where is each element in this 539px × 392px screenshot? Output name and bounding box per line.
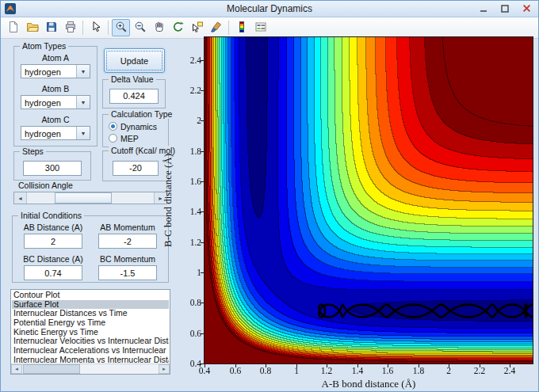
minimize-icon <box>480 3 487 15</box>
delta-value-title: Delta Value <box>109 74 156 84</box>
atom-a-select[interactable]: hydrogen ▼ <box>21 64 90 78</box>
slider-thumb[interactable] <box>55 192 112 204</box>
scroll-right-arrow-icon[interactable]: ► <box>159 364 170 374</box>
x-tick-label: 2 <box>446 366 451 375</box>
atom-a-value: hydrogen <box>25 67 61 77</box>
data-cursor-button[interactable] <box>188 19 206 36</box>
slider-track[interactable] <box>27 192 154 204</box>
y-tick-label: 0.4 <box>174 359 201 368</box>
y-tick-label: 1 <box>174 268 201 277</box>
list-item[interactable]: Internuclear Momenta vs Internuclear Dis… <box>12 356 169 363</box>
hand-icon <box>153 21 166 36</box>
legend-icon <box>254 21 267 36</box>
atom-c-label: Atom C <box>41 115 69 124</box>
slider-left-arrow-icon[interactable]: ◄ <box>14 192 27 204</box>
zoom-out-button[interactable] <box>131 19 149 36</box>
new-figure-button[interactable] <box>4 19 22 36</box>
insert-legend-button[interactable] <box>251 19 270 36</box>
plot-area: A-B bond distance (Å) B-C bond distance … <box>205 37 533 363</box>
steps-input[interactable] <box>23 161 82 176</box>
titlebar: Molecular Dynamics <box>1 1 538 17</box>
brush-icon <box>210 21 223 36</box>
radio-dynamics[interactable]: Dynamics <box>109 120 168 132</box>
plot-type-listbox: Contour PlotSurface PlotInternuclear Dis… <box>10 289 170 375</box>
x-axis-label: A-B bond distance (Å) <box>205 378 533 390</box>
rotate-arrow-icon <box>172 21 185 36</box>
close-button[interactable] <box>517 2 536 15</box>
datatip-icon <box>191 21 204 36</box>
app-window: Molecular Dynamics Atom Types Atom A hyd… <box>0 0 539 392</box>
y-tick-label: 2.2 <box>174 86 201 95</box>
atom-a-label: Atom A <box>42 53 69 63</box>
collision-angle-slider[interactable]: ◄ ► <box>13 192 167 204</box>
atom-types-panel: Atom Types Atom A hydrogen ▼ Atom B hydr… <box>13 46 97 147</box>
x-tick-label: 1 <box>294 366 299 375</box>
ab-distance-label: AB Distance (A) <box>24 223 83 232</box>
scroll-left-arrow-icon[interactable]: ◄ <box>11 364 22 374</box>
contour-plot-canvas[interactable] <box>205 37 533 363</box>
bc-momentum-input[interactable] <box>98 265 157 280</box>
save-figure-button[interactable] <box>42 19 60 36</box>
y-tick-label: 2.4 <box>174 55 201 65</box>
toolbar <box>1 17 538 39</box>
x-tick-label: 2.2 <box>474 366 485 375</box>
update-button[interactable]: Update <box>104 48 165 73</box>
maximize-button[interactable] <box>495 2 514 15</box>
steps-panel: Steps <box>13 151 91 181</box>
chevron-down-icon[interactable]: ▼ <box>76 127 90 139</box>
radio-mep-icon <box>109 134 117 143</box>
colorbar-icon <box>235 21 248 36</box>
open-folder-icon <box>26 21 39 36</box>
x-tick-label: 1.4 <box>352 366 363 375</box>
x-tick-label: 0.8 <box>260 366 271 375</box>
initial-conditions-panel: Initial Conditions AB Distance (A) AB Mo… <box>12 215 169 283</box>
bc-distance-label: BC Distance (A) <box>23 254 82 264</box>
list-item[interactable]: Potential Energy vs Time <box>12 318 169 328</box>
open-file-button[interactable] <box>23 19 41 36</box>
toolbar-separator <box>82 21 83 35</box>
plot-type-list: Contour PlotSurface PlotInternuclear Dis… <box>12 291 169 363</box>
y-tick-label: 1.2 <box>174 238 201 247</box>
bc-momentum-label: BC Momentum <box>100 254 155 264</box>
list-hscrollbar[interactable]: ◄ ► <box>11 363 170 374</box>
cutoff-input[interactable] <box>113 161 159 176</box>
toolbar-separator <box>228 21 229 35</box>
pointer-arrow-icon <box>90 21 102 36</box>
scroll-thumb[interactable] <box>23 364 80 374</box>
brush-data-button[interactable] <box>207 19 225 36</box>
atom-c-value: hydrogen <box>25 129 61 139</box>
rotate-3d-button[interactable] <box>169 19 187 36</box>
window-controls <box>474 2 536 15</box>
ab-momentum-input[interactable] <box>98 234 157 249</box>
x-tick-label: 1.8 <box>413 366 424 375</box>
x-tick-label: 2.4 <box>504 366 515 375</box>
chevron-down-icon[interactable]: ▼ <box>76 96 90 108</box>
insert-colorbar-button[interactable] <box>232 19 250 36</box>
ab-distance-input[interactable] <box>24 234 82 249</box>
atom-c-select[interactable]: hydrogen ▼ <box>21 126 90 140</box>
zoom-out-icon <box>134 21 147 36</box>
atom-types-title: Atom Types <box>20 41 68 51</box>
toolbar-separator <box>108 21 109 35</box>
atom-b-select[interactable]: hydrogen ▼ <box>21 95 90 109</box>
delta-value-input[interactable] <box>109 89 159 104</box>
y-tick-label: 1.6 <box>174 177 201 186</box>
bc-distance-input[interactable] <box>24 265 82 280</box>
print-figure-button[interactable] <box>61 19 79 36</box>
chevron-down-icon[interactable]: ▼ <box>76 65 90 78</box>
list-item[interactable]: Contour Plot <box>12 291 169 300</box>
radio-mep[interactable]: MEP <box>109 132 168 144</box>
collision-angle-label: Collision Angle <box>18 181 73 190</box>
y-axis-label: B-C bond distance (Å) <box>162 37 174 363</box>
radio-mep-label: MEP <box>120 134 139 143</box>
y-tick-label: 0.6 <box>174 329 201 338</box>
pan-button[interactable] <box>150 19 168 36</box>
window-title: Molecular Dynamics <box>1 3 538 14</box>
x-tick-label: 1.6 <box>382 366 393 375</box>
minimize-button[interactable] <box>474 2 493 15</box>
zoom-in-button[interactable] <box>112 19 130 36</box>
save-floppy-icon <box>45 21 58 36</box>
radio-dynamics-icon <box>109 122 117 131</box>
y-tick-label: 1.8 <box>174 147 201 156</box>
edit-plot-button[interactable] <box>86 19 105 36</box>
